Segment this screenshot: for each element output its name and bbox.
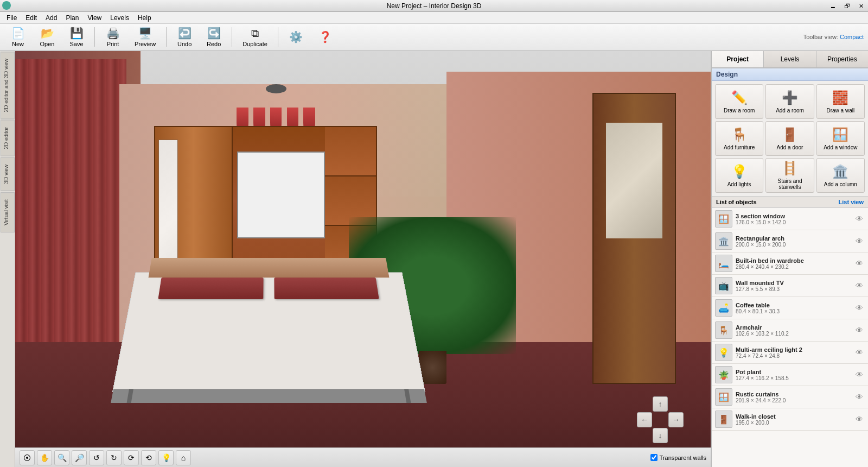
toolbar-separator-3 <box>232 27 232 47</box>
add-furniture-icon: 🪑 <box>731 127 748 142</box>
menu-edit[interactable]: Edit <box>21 13 41 23</box>
list-item[interactable]: 🪴 Pot plant 127.4 × 116.2 × 158.5 👁 <box>712 364 868 386</box>
menu-help[interactable]: Help <box>133 13 156 23</box>
rotate-left-button[interactable]: ↺ <box>89 450 104 465</box>
object-icon: 🪟 <box>715 388 732 406</box>
add-door-button[interactable]: 🚪 Add a door <box>765 121 814 156</box>
tab-properties[interactable]: Properties <box>816 51 868 67</box>
menu-plan[interactable]: Plan <box>61 13 83 23</box>
object-visibility-toggle[interactable]: 👁 <box>854 302 865 313</box>
zoom-in-button[interactable]: 🔎 <box>72 450 87 465</box>
bed <box>112 272 425 392</box>
object-dims: 195.0 × 200.0 <box>736 420 851 426</box>
redo-button[interactable]: ↪️ Redo <box>200 24 227 50</box>
list-item[interactable]: 💡 Multi-arm ceiling light 2 72.4 × 72.4 … <box>712 342 868 364</box>
nav-left-button[interactable]: ← <box>637 412 652 427</box>
maximize-button[interactable]: 🗗 <box>840 0 854 12</box>
object-info: Walk-in closet 195.0 × 200.0 <box>736 413 851 426</box>
object-visibility-toggle[interactable]: 👁 <box>854 369 865 380</box>
list-objects-header: List of objects List view <box>712 197 868 208</box>
preview-button[interactable]: 🖥️ Preview <box>129 24 162 50</box>
light-toggle-button[interactable]: 💡 <box>158 450 174 465</box>
tab-levels[interactable]: Levels <box>764 51 816 67</box>
pan-button[interactable]: ✋ <box>37 450 52 465</box>
left-panel: 2D editor and 3D view 2D editor 3D view … <box>0 51 15 467</box>
close-button[interactable]: ✕ <box>854 0 868 12</box>
add-lights-button[interactable]: 💡 Add lights <box>715 158 763 193</box>
object-visibility-toggle[interactable]: 👁 <box>854 414 865 425</box>
pillow-right <box>275 278 380 299</box>
object-dims: 200.0 × 15.0 × 200.0 <box>736 242 851 248</box>
list-item[interactable]: 🏛️ Rectangular arch 200.0 × 15.0 × 200.0… <box>712 230 868 253</box>
menu-file[interactable]: File <box>2 13 21 23</box>
list-item[interactable]: 🛋️ Coffee table 80.4 × 80.1 × 30.3 👁 <box>712 297 868 319</box>
minimize-button[interactable]: 🗕 <box>826 0 840 12</box>
list-item[interactable]: 🪟 3 section window 176.0 × 15.0 × 142.0 … <box>712 208 868 230</box>
object-visibility-toggle[interactable]: 👁 <box>854 347 865 358</box>
view-tab-virtual[interactable]: Virtual visit <box>1 192 15 232</box>
viewport[interactable]: ↑ ← → ↓ ⦿ ✋ 🔍 🔎 ↺ ↻ ⟳ ⟲ 💡 ⌂ Tr <box>15 51 711 467</box>
object-visibility-toggle[interactable]: 👁 <box>854 213 865 224</box>
menu-view[interactable]: View <box>83 13 106 23</box>
list-item[interactable]: 🪟 Rustic curtains 201.9 × 24.4 × 222.0 👁 <box>712 386 868 408</box>
menu-levels[interactable]: Levels <box>106 13 133 23</box>
add-column-button[interactable]: 🏛️ Add a column <box>816 158 865 193</box>
save-icon: 💾 <box>70 27 84 40</box>
save-button[interactable]: 💾 Save <box>63 24 90 50</box>
bed-pillows <box>158 278 379 299</box>
help-button[interactable]: ❓ <box>312 28 339 46</box>
vr-button[interactable]: ⦿ <box>20 450 35 465</box>
menu-add[interactable]: Add <box>41 13 61 23</box>
list-view-button[interactable]: List view <box>839 199 864 205</box>
undo-button[interactable]: ↩️ Undo <box>171 24 198 50</box>
print-icon: 🖨️ <box>106 27 120 40</box>
toolbar-view-link[interactable]: Compact <box>840 34 864 40</box>
object-name: Coffee table <box>736 302 851 308</box>
object-visibility-toggle[interactable]: 👁 <box>854 325 865 336</box>
nav-down-button[interactable]: ↓ <box>653 428 668 443</box>
object-visibility-toggle[interactable]: 👁 <box>854 236 865 247</box>
settings-button[interactable]: ⚙️ <box>283 28 310 46</box>
object-dims: 176.0 × 15.0 × 142.0 <box>736 219 851 225</box>
nav-up-button[interactable]: ↑ <box>653 396 668 412</box>
home-button[interactable]: ⌂ <box>176 450 191 465</box>
panel-tabs: Project Levels Properties <box>712 51 868 68</box>
new-button[interactable]: 📄 New <box>4 24 31 50</box>
list-item[interactable]: 🛏️ Built-in bed in wardrobe 280.4 × 240.… <box>712 253 868 275</box>
toolbar: 📄 New 📂 Open 💾 Save 🖨️ Print 🖥️ Preview … <box>0 24 868 51</box>
list-item[interactable]: 📺 Wall mounted TV 127.8 × 5.5 × 89.3 👁 <box>712 275 868 297</box>
object-icon: 🪑 <box>715 321 732 339</box>
print-button[interactable]: 🖨️ Print <box>99 24 126 50</box>
stairs-button[interactable]: 🪜 Stairs and stairwells <box>765 158 814 193</box>
object-visibility-toggle[interactable]: 👁 <box>854 280 865 291</box>
add-room-button[interactable]: ➕ Add a room <box>765 84 814 119</box>
draw-wall-button[interactable]: 🧱 Draw a wall <box>816 84 865 119</box>
object-visibility-toggle[interactable]: 👁 <box>854 258 865 269</box>
view-tab-3d[interactable]: 3D view <box>1 157 15 191</box>
tab-project[interactable]: Project <box>712 51 764 67</box>
object-visibility-toggle[interactable]: 👁 <box>854 392 865 402</box>
help-icon: ❓ <box>318 30 332 43</box>
list-item[interactable]: 🪑 Armchair 102.6 × 103.2 × 110.2 👁 <box>712 319 868 342</box>
nav-grid: ↑ ← → ↓ <box>637 396 684 443</box>
list-item[interactable]: 🚪 Walk-in closet 195.0 × 200.0 👁 <box>712 408 868 431</box>
nav-right-button[interactable]: → <box>668 412 684 427</box>
rotate-right-button[interactable]: ↻ <box>106 450 122 465</box>
draw-room-button[interactable]: ✏️ Draw a room <box>715 84 763 119</box>
duplicate-button[interactable]: ⧉ Duplicate <box>237 24 273 50</box>
transparent-walls-checkbox[interactable] <box>650 454 658 461</box>
add-furniture-button[interactable]: 🪑 Add furniture <box>715 121 763 156</box>
view-tab-2d[interactable]: 2D editor <box>1 120 15 156</box>
objects-list[interactable]: 🪟 3 section window 176.0 × 15.0 × 142.0 … <box>712 208 868 467</box>
bed-leg-right <box>405 389 411 403</box>
zoom-out-button[interactable]: 🔍 <box>54 450 69 465</box>
list-objects-title: List of objects <box>716 199 757 205</box>
view-tab-2d3d[interactable]: 2D editor and 3D view <box>1 52 15 119</box>
add-door-icon: 🚪 <box>782 127 798 142</box>
orbit-button[interactable]: ⟳ <box>124 450 139 465</box>
menubar: File Edit Add Plan View Levels Help <box>0 12 868 24</box>
add-lights-icon: 💡 <box>731 164 748 179</box>
spin-button[interactable]: ⟲ <box>141 450 156 465</box>
open-button[interactable]: 📂 Open <box>34 24 61 50</box>
add-window-button[interactable]: 🪟 Add a window <box>816 121 865 156</box>
